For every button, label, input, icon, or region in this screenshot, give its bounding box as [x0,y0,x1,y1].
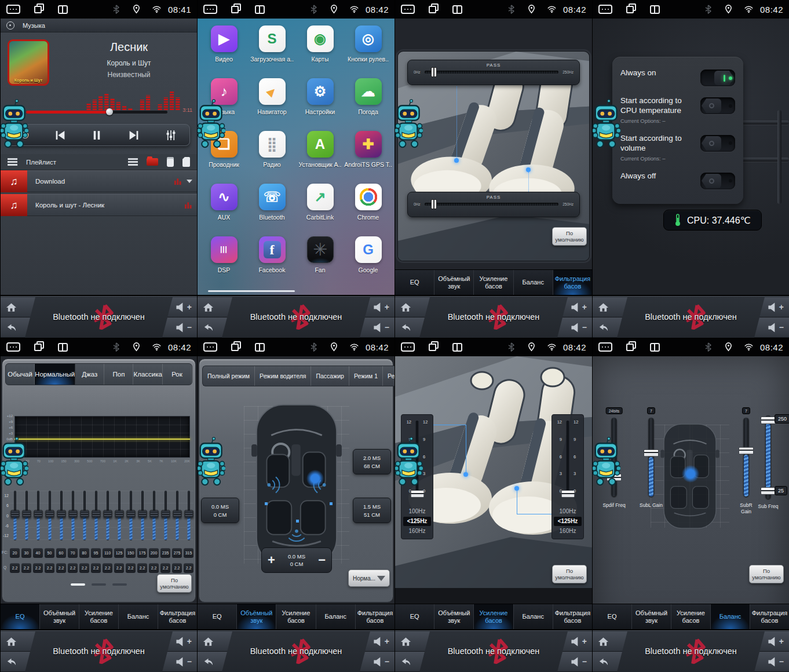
eq-preset-tab[interactable]: Поп [104,364,133,385]
eq-band-slider[interactable] [45,491,54,540]
eq-preset-tab[interactable]: Нормальный [35,364,75,385]
menu-icon[interactable] [203,5,217,14]
slider-thumb[interactable] [410,490,424,498]
bass-freq-option[interactable]: 100Hz [403,507,431,516]
dsp-tab[interactable]: Фильтрация басов [355,604,394,629]
eq-band-slider[interactable] [172,491,182,540]
eq-band-slider[interactable] [114,491,124,540]
hamburger-icon[interactable] [8,158,17,160]
eq-band-slider[interactable] [126,491,136,540]
menu-icon[interactable] [401,5,415,14]
menu-icon[interactable] [401,342,415,352]
split-screen-icon[interactable] [452,5,462,14]
volume-down-button[interactable]: − [557,317,592,338]
dsp-tab[interactable]: EQ [395,604,434,629]
home-button[interactable] [593,297,627,317]
dsp-tab[interactable]: Усиление басов [79,604,118,629]
folder-icon[interactable] [147,158,158,166]
eq-band-slider[interactable] [160,491,170,540]
menu-icon[interactable] [6,342,20,352]
split-screen-icon[interactable] [452,343,462,352]
home-button[interactable] [198,297,232,317]
eq-preset-tab[interactable]: Рок [163,364,192,385]
eq-band-slider[interactable] [184,491,193,540]
eq-band-slider[interactable] [149,491,159,540]
slider-knob[interactable] [57,510,65,518]
slider-knob[interactable] [161,510,170,518]
eq-band-slider[interactable] [21,491,31,540]
home-button[interactable] [1,297,35,317]
dsp-tab[interactable]: Баланс [710,604,750,629]
slider-knob[interactable] [34,510,42,518]
decrease-button[interactable]: − [318,554,326,567]
menu-icon[interactable] [598,342,612,352]
listening-mode-tab[interactable]: Полный режим [203,366,255,386]
app-shortcut[interactable]: S Загрузочная а.. [249,25,296,78]
dsp-tab[interactable]: Усиление басов [473,270,513,295]
slider-knob[interactable] [126,510,135,518]
eq-preset-tab[interactable]: Обычай [6,364,35,385]
eq-band-slider[interactable] [103,491,112,540]
bass-gain-slider[interactable] [567,421,569,495]
menu-icon[interactable] [6,5,20,14]
mode-dropdown[interactable]: Норма... [348,569,390,587]
reset-defaults-button[interactable]: По умолчанию [552,227,587,246]
eq-band-slider[interactable] [91,491,101,540]
sub-freq-slider[interactable]: 250 25 Sub Freq [759,407,777,518]
recents-icon[interactable] [231,6,239,13]
bass-freq-option[interactable]: <125Hz [403,517,431,526]
split-screen-icon[interactable] [255,5,265,14]
slider-knob[interactable] [103,510,112,518]
bass-freq-option[interactable]: <125Hz [554,517,582,526]
listening-mode-tab[interactable]: Режим водителя [255,366,311,386]
eq-band-slider[interactable] [33,491,43,540]
dsp-tab[interactable]: Объёмный звук [236,604,276,629]
slider-thumb[interactable] [761,417,776,424]
dsp-tab[interactable]: Объёмный звук [39,604,79,629]
home-button[interactable] [198,631,232,652]
volume-down-button[interactable]: − [754,317,789,338]
dsp-tab[interactable]: Усиление басов [671,604,710,629]
volume-down-button[interactable]: − [360,317,394,338]
slider-knob[interactable] [173,510,181,518]
app-shortcut[interactable]: ▲ Навигатор [249,78,296,131]
app-shortcut[interactable]: ≡ DSP [200,236,248,289]
slider-thumb[interactable] [644,450,659,457]
pass-filter-slider-top[interactable]: PASS 0Hz250Hz [407,60,580,85]
recents-icon[interactable] [34,344,42,351]
recents-icon[interactable] [626,344,634,351]
home-button[interactable] [395,631,430,652]
usb-icon[interactable] [167,157,174,167]
equalizer-button[interactable] [165,130,177,141]
dsp-tab[interactable]: Фильтрация басов [750,604,789,629]
playlist-item[interactable]: ♫ Король и шут - Лесник [1,194,197,216]
slider-thumb[interactable] [431,67,437,77]
home-button[interactable] [1,631,35,652]
balance-slider[interactable]: 7 SubL Gain [642,407,660,518]
dsp-tab[interactable]: Объёмный звук [434,604,473,629]
toggle-switch[interactable] [700,173,735,189]
chevron-down-icon[interactable] [187,180,192,183]
eq-band-slider[interactable] [137,491,147,540]
reset-defaults-button[interactable]: По умолчанию [552,565,587,583]
dsp-tab[interactable]: Объёмный звук [434,270,473,295]
app-shortcut[interactable]: ☏ Bluetooth [249,184,296,236]
bass-freq-option[interactable]: 100Hz [554,507,582,516]
dsp-tab[interactable]: Усиление басов [276,604,315,629]
eq-band-slider[interactable] [10,491,20,540]
seek-thumb[interactable] [106,108,113,115]
delay-front-right-button[interactable]: 2.0 MS68 CM [353,449,391,474]
dsp-tab[interactable]: Фильтрация басов [158,604,197,629]
pass-filter-slider-bottom[interactable]: PASS 0Hz250Hz [407,192,580,217]
app-shortcut[interactable]: ∿ AUX [200,184,248,236]
slider-knob[interactable] [92,510,100,518]
listening-mode-tab[interactable]: Режим 1 [349,366,383,386]
app-shortcut[interactable]: ✳ Fan [297,236,344,289]
recents-icon[interactable] [429,344,436,351]
menu-icon[interactable] [203,342,217,352]
slider-thumb[interactable] [761,487,776,495]
volume-down-button[interactable]: − [162,652,197,672]
slider-knob[interactable] [10,510,19,518]
sd-card-icon[interactable] [182,157,190,167]
recents-icon[interactable] [429,6,436,13]
